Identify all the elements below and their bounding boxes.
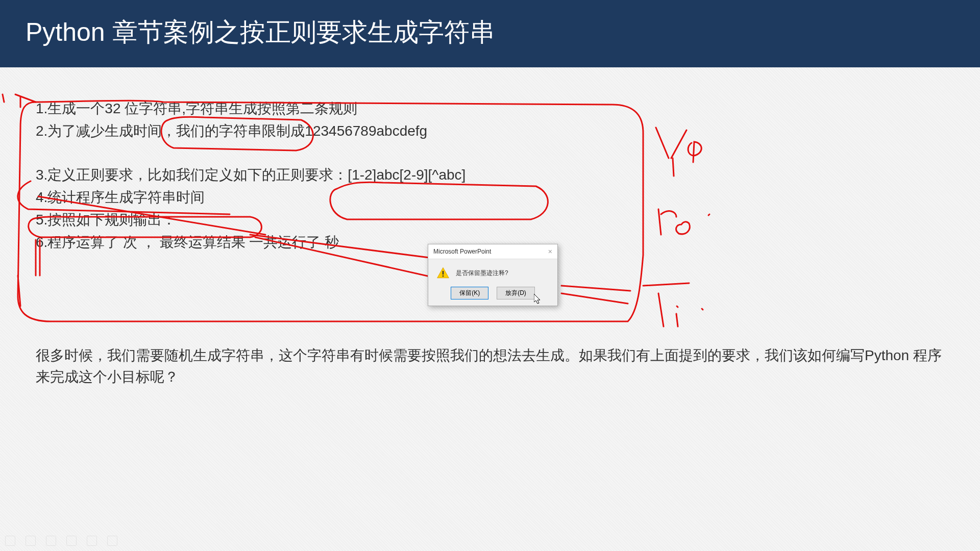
title-text: Python 章节案例之按正则要求生成字符串 xyxy=(26,18,495,46)
svg-rect-0 xyxy=(443,271,444,274)
dialog-message: 是否保留墨迹注释? xyxy=(456,269,508,278)
presentation-slide: Python 章节案例之按正则要求生成字符串 1.生成一个32 位字符串,字符串… xyxy=(0,0,980,551)
zoom-icon[interactable] xyxy=(87,536,97,546)
description-text: 很多时候，我们需要随机生成字符串，这个字符串有时候需要按照我们的想法去生成。如果… xyxy=(36,345,944,388)
confirm-dialog: Microsoft PowerPoint × 是否保留墨迹注释? 保留(K) 放… xyxy=(428,244,558,306)
rule-item: 3.定义正则要求，比如我们定义如下的正则要求：[1-2]abc[2-9][^ab… xyxy=(36,164,944,186)
dialog-body: 是否保留墨迹注释? xyxy=(428,259,557,284)
keep-button[interactable]: 保留(K) xyxy=(451,287,488,299)
presenter-toolbar xyxy=(5,536,117,546)
rule-item: 5.按照如下规则输出： xyxy=(36,209,944,231)
slides-icon[interactable] xyxy=(66,536,77,546)
pen-icon[interactable] xyxy=(46,536,56,546)
menu-icon[interactable] xyxy=(107,536,117,546)
slide-content: 1.生成一个32 位字符串,字符串生成按照第二条规则 2.为了减少生成时间，我们… xyxy=(0,67,980,418)
prev-slide-icon[interactable] xyxy=(5,536,15,546)
rule-item: 2.为了减少生成时间，我们的字符串限制成123456789abcdefg xyxy=(36,120,944,142)
dialog-app-name: Microsoft PowerPoint xyxy=(433,248,491,255)
rule-item: 4.统计程序生成字符串时间 xyxy=(36,187,944,208)
svg-rect-1 xyxy=(443,276,444,277)
slide-title: Python 章节案例之按正则要求生成字符串 xyxy=(0,0,980,67)
dialog-buttons: 保留(K) 放弃(D) xyxy=(428,284,557,306)
close-icon[interactable]: × xyxy=(548,247,552,256)
next-slide-icon[interactable] xyxy=(26,536,36,546)
rule-item: 1.生成一个32 位字符串,字符串生成按照第二条规则 xyxy=(36,98,944,119)
discard-button[interactable]: 放弃(D) xyxy=(497,287,535,299)
dialog-titlebar: Microsoft PowerPoint × xyxy=(428,244,557,259)
warning-icon xyxy=(436,266,450,280)
rules-list: 1.生成一个32 位字符串,字符串生成按照第二条规则 2.为了减少生成时间，我们… xyxy=(36,98,944,253)
